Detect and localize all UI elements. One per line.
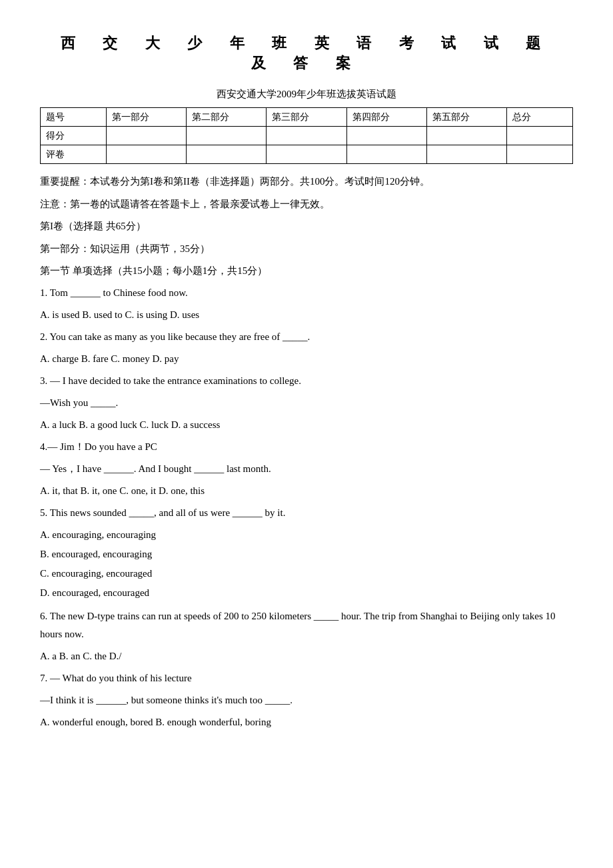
question-2: 2. You can take as many as you like beca… (40, 328, 573, 346)
section-title: 第一节 单项选择（共15小题；每小题1分，共15分） (40, 263, 573, 280)
part-title2: 第一部分：知识运用（共两节，35分） (40, 241, 573, 258)
row2-col4 (346, 145, 426, 164)
question-4-options: A. it, that B. it, one C. one, it D. one… (40, 482, 573, 500)
row2-col6 (507, 145, 573, 164)
table-header-3: 第三部分 (267, 108, 346, 127)
question-5-option-b: B. encouraged, encouraging (40, 545, 573, 563)
row2-col3 (267, 145, 346, 164)
question-5-option-c: C. encouraging, encouraged (40, 565, 573, 583)
part-title1: 第I卷（选择题 共65分） (40, 218, 573, 235)
row1-col1 (106, 127, 186, 145)
question-3-options: A. a luck B. a good luck C. luck D. a su… (40, 416, 573, 434)
question-7: 7. — What do you think of his lecture (40, 669, 573, 687)
row1-col5 (426, 127, 506, 145)
row1-col2 (187, 127, 267, 145)
sub-title: 西安交通大学2009年少年班选拔英语试题 (40, 88, 573, 101)
question-5-option-a: A. encouraging, encouraging (40, 526, 573, 544)
score-table: 题号 第一部分 第二部分 第三部分 第四部分 第五部分 总分 得分 评卷 (40, 107, 573, 164)
question-3: 3. — I have decided to take the entrance… (40, 372, 573, 390)
row1-col3 (267, 127, 346, 145)
question-5-option-d: D. encouraged, encouraged (40, 584, 573, 602)
row2-col2 (187, 145, 267, 164)
row1-col4 (346, 127, 426, 145)
question-1: 1. Tom ______ to Chinese food now. (40, 284, 573, 302)
question-3-text2: —Wish you _____. (40, 394, 573, 412)
table-header-4: 第四部分 (346, 108, 426, 127)
table-header-6: 总分 (507, 108, 573, 127)
notice1: 重要提醒：本试卷分为第I卷和第II卷（非选择题）两部分。共100分。考试时间12… (40, 173, 573, 191)
table-header-5: 第五部分 (426, 108, 506, 127)
row2-col5 (426, 145, 506, 164)
notice2: 注意：第一卷的试题请答在答题卡上，答最亲爱试卷上一律无效。 (40, 196, 573, 213)
row2-label: 评卷 (41, 145, 107, 164)
question-4: 4.— Jim！Do you have a PC (40, 438, 573, 456)
table-header-0: 题号 (41, 108, 107, 127)
question-7-options: A. wonderful enough, bored B. enough won… (40, 713, 573, 731)
row2-col1 (106, 145, 186, 164)
question-5: 5. This news sounded _____, and all of u… (40, 504, 573, 522)
table-header-1: 第一部分 (106, 108, 186, 127)
row1-col6 (507, 127, 573, 145)
row1-label: 得分 (41, 127, 107, 145)
question-1-options: A. is used B. used to C. is using D. use… (40, 306, 573, 324)
question-7-text2: —I think it is ______, but someone think… (40, 691, 573, 709)
question-2-options: A. charge B. fare C. money D. pay (40, 350, 573, 368)
question-6: 6. The new D-type trains can run at spee… (40, 607, 573, 643)
question-4-text2: — Yes，I have ______. And I bought ______… (40, 460, 573, 478)
question-6-options: A. a B. an C. the D./ (40, 647, 573, 665)
table-header-2: 第二部分 (187, 108, 267, 127)
main-title: 西 交 大 少 年 班 英 语 考 试 试 题 及 答 案 (40, 33, 573, 73)
